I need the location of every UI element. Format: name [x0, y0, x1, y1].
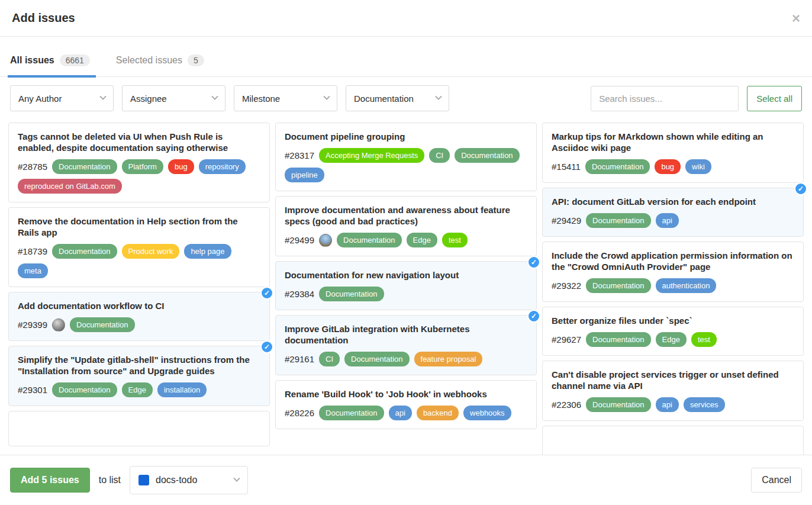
- milestone-filter-dropdown[interactable]: Milestone: [234, 85, 337, 111]
- assignee-filter-dropdown[interactable]: Assignee: [122, 85, 225, 111]
- add-issues-button[interactable]: Add 5 issues: [10, 468, 90, 493]
- issue-meta: #29627DocumentationEdgetest: [552, 332, 794, 347]
- issue-title: Simplify the "Update gitlab-shell" instr…: [18, 354, 260, 377]
- issue-title: Markup tips for MArkdown shown while edi…: [552, 131, 794, 153]
- issue-id: #29384: [285, 289, 314, 299]
- issue-label: webhooks: [463, 406, 511, 420]
- issue-label: repository: [199, 159, 246, 174]
- tab-all-issues[interactable]: All issues 6661: [10, 54, 92, 76]
- issue-label: Documentation: [586, 397, 650, 412]
- issue-title: API: document GitLab version for each en…: [552, 196, 794, 207]
- target-list-dropdown[interactable]: docs-todo: [130, 466, 248, 494]
- issue-label: meta: [18, 263, 48, 278]
- issue-label: services: [684, 397, 725, 412]
- issue-title: Include the Crowd application permission…: [552, 250, 794, 272]
- issue-title: Can't disable project services trigger o…: [552, 369, 794, 391]
- milestone-filter-value: Milestone: [242, 94, 280, 104]
- chevron-down-icon: [435, 94, 442, 100]
- issue-label: Documentation: [337, 233, 401, 247]
- issue-card[interactable]: Documentation for new navigation layout#…: [275, 261, 537, 310]
- issue-label: Documentation: [52, 159, 117, 174]
- issue-card[interactable]: Markup tips for MArkdown shown while edi…: [542, 123, 804, 183]
- selected-check-icon: ✓: [260, 287, 273, 300]
- issue-meta: #28785DocumentationPlatformbugrepository…: [18, 159, 260, 194]
- issue-id: #29399: [18, 320, 47, 330]
- list-color-swatch: [138, 475, 149, 485]
- chevron-down-icon: [99, 94, 106, 100]
- modal-footer: Add 5 issues to list docs-todo Cancel: [0, 455, 812, 505]
- issue-label: Accepting Merge Requests: [319, 148, 424, 163]
- issue-card[interactable]: API: document GitLab version for each en…: [542, 188, 804, 237]
- issue-meta: #28226Documentationapibackendwebhooks: [285, 406, 527, 420]
- issue-id: #28226: [285, 408, 314, 418]
- issue-board[interactable]: Tags cannot be deleted via UI when Push …: [0, 118, 812, 455]
- user-avatar-color: [319, 234, 332, 247]
- issue-label: test: [442, 233, 468, 247]
- issue-meta: #15411Documentationbugwiki: [552, 159, 794, 174]
- issue-card[interactable]: [8, 411, 270, 446]
- issue-label: test: [691, 332, 717, 347]
- issue-id: #28317: [285, 150, 314, 160]
- issue-card[interactable]: Can't disable project services trigger o…: [542, 361, 804, 421]
- selected-check-icon: ✓: [527, 310, 540, 323]
- issue-meta: #29161CIDocumentationfeature proposal: [285, 352, 527, 366]
- cancel-button[interactable]: Cancel: [751, 468, 802, 493]
- target-list-value: docs-todo: [156, 475, 197, 485]
- author-filter-dropdown[interactable]: Any Author: [10, 85, 114, 111]
- selected-check-icon: ✓: [794, 182, 807, 195]
- chevron-down-icon: [211, 94, 218, 100]
- issue-card[interactable]: Include the Crowd application permission…: [542, 242, 804, 302]
- issue-card[interactable]: Improve documentation and awareness abou…: [275, 196, 537, 256]
- issue-meta: #29499DocumentationEdgetest: [285, 233, 527, 247]
- selected-check-icon: ✓: [527, 256, 540, 269]
- issue-label: Documentation: [52, 244, 117, 259]
- issue-column-3: Markup tips for MArkdown shown while edi…: [542, 123, 804, 455]
- issue-card[interactable]: Document pipeline grouping#28317Acceptin…: [275, 123, 537, 191]
- search-input[interactable]: [591, 86, 739, 111]
- add-issues-modal: Add issues × All issues 6661 Selected is…: [0, 0, 812, 505]
- issue-label: bug: [655, 159, 681, 174]
- issue-title: Remove the documentation in Help section…: [18, 215, 260, 238]
- issue-card[interactable]: [542, 426, 804, 455]
- label-filter-value: Documentation: [354, 94, 414, 104]
- issue-id: #29429: [552, 215, 581, 226]
- issue-card[interactable]: Add documentation workflow to CI#29399Do…: [8, 292, 270, 341]
- close-icon[interactable]: ×: [792, 11, 800, 25]
- issue-title: Tags cannot be deleted via UI when Push …: [18, 131, 260, 153]
- issue-column-2: Document pipeline grouping#28317Acceptin…: [275, 123, 537, 455]
- author-filter-value: Any Author: [18, 94, 62, 104]
- issue-label: Product work: [122, 244, 180, 259]
- issue-label: Documentation: [319, 406, 384, 420]
- issue-id: #29161: [285, 354, 314, 364]
- issue-label: Edge: [656, 332, 687, 347]
- issue-label: CI: [429, 148, 450, 163]
- modal-header: Add issues ×: [0, 0, 812, 37]
- issue-card[interactable]: Tags cannot be deleted via UI when Push …: [8, 123, 270, 202]
- issue-label: Documentation: [586, 278, 650, 293]
- issue-label: feature proposal: [414, 352, 483, 366]
- issue-card[interactable]: Better organize files under `spec`#29627…: [542, 307, 804, 356]
- issue-card[interactable]: Rename 'Build Hook' to 'Job Hook' in web…: [275, 380, 537, 429]
- issue-label: wiki: [685, 159, 711, 174]
- issue-label: help page: [184, 244, 231, 259]
- issue-title: Add documentation workflow to CI: [18, 300, 260, 311]
- issue-meta: #29384Documentation: [285, 287, 527, 301]
- issue-label: CI: [319, 352, 340, 366]
- tab-count-badge: 6661: [60, 54, 90, 66]
- selected-check-icon: ✓: [260, 340, 273, 353]
- issue-card[interactable]: Remove the documentation in Help section…: [8, 207, 270, 287]
- issue-meta: #29429Documentationapi: [552, 213, 794, 228]
- tab-selected-issues[interactable]: Selected issues 5: [116, 54, 207, 76]
- issue-title: Improve documentation and awareness abou…: [285, 204, 527, 227]
- select-all-button[interactable]: Select all: [747, 86, 802, 111]
- tab-label: All issues: [10, 55, 54, 66]
- issue-id: #29499: [285, 235, 314, 245]
- issue-meta: #18739DocumentationProduct workhelp page…: [18, 244, 260, 278]
- issue-label: Edge: [122, 382, 153, 397]
- issue-card[interactable]: Simplify the "Update gitlab-shell" instr…: [8, 346, 270, 406]
- issue-label: installation: [157, 382, 207, 397]
- issue-id: #15411: [552, 162, 581, 172]
- label-filter-dropdown[interactable]: Documentation: [346, 85, 449, 111]
- issue-title: Better organize files under `spec`: [552, 315, 794, 326]
- issue-card[interactable]: Improve GitLab integration with Kubernet…: [275, 315, 537, 375]
